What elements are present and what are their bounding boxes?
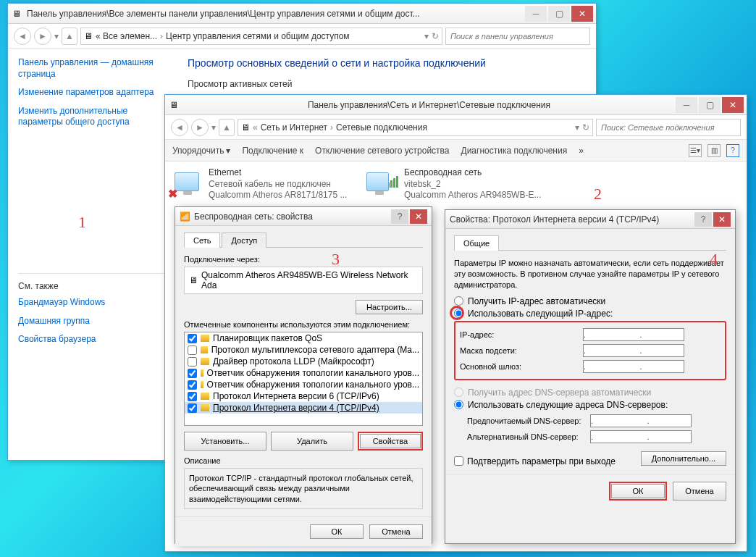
breadcrumb-seg[interactable]: Сеть и Интернет xyxy=(261,122,327,133)
view-icon[interactable]: ☰▾ xyxy=(689,144,702,157)
manual-dns-radio[interactable] xyxy=(454,400,463,409)
minimize-button[interactable]: ─ xyxy=(525,6,547,22)
auto-ip-radio[interactable] xyxy=(454,296,463,306)
list-item[interactable]: Ответчик обнаружения топологии канальног… xyxy=(185,379,422,390)
dialog-title: Свойства: Протокол Интернета версии 4 (T… xyxy=(450,214,693,225)
homegroup-link[interactable]: Домашняя группа xyxy=(18,316,164,327)
dialog-titlebar[interactable]: Свойства: Протокол Интернета версии 4 (T… xyxy=(445,210,735,229)
search-input[interactable] xyxy=(596,119,741,136)
component-label: Драйвер протокола LLDP (Майкрософт) xyxy=(213,356,374,367)
up-button[interactable]: ▲ xyxy=(62,28,77,45)
cancel-button[interactable]: Отмена xyxy=(673,482,726,501)
forward-button[interactable]: ► xyxy=(191,119,209,136)
sharing-settings-link[interactable]: Изменить дополнительные параметры общего… xyxy=(18,106,164,128)
breadcrumb-seg[interactable]: Сетевые подключения xyxy=(336,122,427,133)
advanced-button[interactable]: Дополнительно... xyxy=(641,451,726,466)
ip-address-input[interactable] xyxy=(583,328,684,341)
alternate-dns-input[interactable] xyxy=(590,430,692,443)
chevron-down-icon[interactable]: ▾ xyxy=(575,122,579,133)
back-button[interactable]: ◄ xyxy=(14,28,31,45)
radio-label: Использовать следующий IP-адрес: xyxy=(468,309,613,319)
close-button[interactable]: ✕ xyxy=(410,209,427,224)
breadcrumb-seg[interactable]: Центр управления сетями и общим доступом xyxy=(166,31,350,41)
properties-button[interactable]: Свойства xyxy=(360,434,421,448)
annotation-1: 1 xyxy=(78,213,86,232)
breadcrumb[interactable]: 🖥 « Сеть и Интернет › Сетевые подключени… xyxy=(238,119,593,136)
chevron-down-icon[interactable]: ▾ xyxy=(424,31,429,41)
remove-button[interactable]: Удалить xyxy=(271,432,353,451)
up-button[interactable]: ▲ xyxy=(219,119,235,136)
component-checkbox[interactable] xyxy=(188,369,197,378)
dropdown-icon[interactable]: ▾ xyxy=(54,31,59,41)
forward-button[interactable]: ► xyxy=(34,28,51,45)
close-button[interactable]: ✕ xyxy=(722,97,744,113)
toolbar: Упорядочить ▾ Подключение к Отключение с… xyxy=(165,140,747,162)
breadcrumb[interactable]: 🖥 « Все элемен... › Центр управления сет… xyxy=(80,28,442,45)
component-label: Протокол мультиплексора сетевого адаптер… xyxy=(211,345,419,355)
sidebar: Панель управления — домашняя страница Из… xyxy=(8,49,175,460)
dialog-titlebar[interactable]: 📶 Беспроводная сеть: свойства ? ✕ xyxy=(175,207,432,226)
firewall-link[interactable]: Брандмауэр Windows xyxy=(18,297,164,309)
back-button[interactable]: ◄ xyxy=(171,119,188,136)
close-button[interactable]: ✕ xyxy=(571,6,593,22)
component-checkbox[interactable] xyxy=(188,392,197,401)
tab-network[interactable]: Сеть xyxy=(184,233,220,248)
connect-to-menu[interactable]: Подключение к xyxy=(242,146,303,156)
description-heading: Описание xyxy=(184,456,423,465)
more-icon[interactable]: » xyxy=(579,146,584,156)
list-item[interactable]: Планировщик пакетов QoS xyxy=(185,332,422,344)
close-button[interactable]: ✕ xyxy=(713,212,731,227)
breadcrumb-seg[interactable]: « Все элемен... xyxy=(96,31,157,41)
component-checkbox[interactable] xyxy=(188,357,197,367)
help-icon[interactable]: ? xyxy=(726,144,739,157)
manual-ip-radio-row[interactable]: Использовать следующий IP-адрес: xyxy=(454,309,726,319)
gateway-label: Основной шлюз: xyxy=(460,362,583,371)
components-list[interactable]: Планировщик пакетов QoS Протокол мультип… xyxy=(184,332,423,426)
cancel-button[interactable]: Отмена xyxy=(369,524,423,539)
preferred-dns-input[interactable] xyxy=(590,414,692,427)
list-item-ipv4[interactable]: Протокол Интернета версии 4 (TCP/IPv4) xyxy=(185,402,422,414)
component-label: Протокол Интернета версии 6 (TCP/IPv6) xyxy=(213,391,379,401)
refresh-icon[interactable]: ↻ xyxy=(432,31,439,41)
minimize-button[interactable]: ─ xyxy=(676,97,697,113)
confirm-on-exit-checkbox[interactable] xyxy=(454,456,463,466)
list-item[interactable]: Протокол мультиплексора сетевого адаптер… xyxy=(185,344,422,356)
list-item[interactable]: Ответчик обнаружения топологии канальног… xyxy=(185,367,422,379)
tab-access[interactable]: Доступ xyxy=(222,233,266,248)
home-link[interactable]: Панель управления — домашняя страница xyxy=(18,57,164,80)
component-checkbox[interactable] xyxy=(188,345,197,355)
adapter-settings-link[interactable]: Изменение параметров адаптера xyxy=(18,87,164,99)
titlebar[interactable]: 🖥 Панель управления\Все элементы панели … xyxy=(8,4,596,24)
manual-dns-radio-row[interactable]: Использовать следующие адреса DNS-сервер… xyxy=(454,400,726,410)
subnet-mask-input[interactable] xyxy=(583,344,684,357)
titlebar[interactable]: 🖥 Панель управления\Сеть и Интернет\Сете… xyxy=(165,95,747,115)
details-pane-icon[interactable]: ▥ xyxy=(707,144,721,157)
help-button[interactable]: ? xyxy=(694,212,712,227)
help-button[interactable]: ? xyxy=(391,209,408,224)
component-checkbox[interactable] xyxy=(188,380,197,390)
organize-menu[interactable]: Упорядочить ▾ xyxy=(172,146,230,156)
ok-button[interactable]: ОК xyxy=(310,524,364,539)
ethernet-item[interactable]: ✖ Ethernet Сетевой кабель не подключен Q… xyxy=(171,167,352,201)
maximize-button[interactable]: ▢ xyxy=(548,6,570,22)
ok-button[interactable]: ОК xyxy=(611,484,665,498)
maximize-button[interactable]: ▢ xyxy=(699,97,721,113)
list-item[interactable]: Драйвер протокола LLDP (Майкрософт) xyxy=(185,356,422,367)
dropdown-icon[interactable]: ▾ xyxy=(211,122,216,133)
ethernet-icon xyxy=(175,172,199,191)
auto-ip-radio-row[interactable]: Получить IP-адрес автоматически xyxy=(454,296,726,306)
configure-button[interactable]: Настроить... xyxy=(356,300,423,314)
browser-opts-link[interactable]: Свойства браузера xyxy=(18,334,164,345)
list-item[interactable]: Протокол Интернета версии 6 (TCP/IPv6) xyxy=(185,390,422,402)
refresh-icon[interactable]: ↻ xyxy=(582,122,589,133)
wifi-item[interactable]: Беспроводная сеть vitebsk_2 Qualcomm Ath… xyxy=(366,167,547,201)
tab-general[interactable]: Общие xyxy=(454,235,499,251)
install-button[interactable]: Установить... xyxy=(184,432,266,451)
component-checkbox[interactable] xyxy=(188,403,197,413)
disable-device-button[interactable]: Отключение сетевого устройства xyxy=(315,146,449,156)
gateway-input[interactable] xyxy=(583,360,684,373)
search-input[interactable] xyxy=(445,28,590,45)
component-checkbox[interactable] xyxy=(188,334,197,343)
control-panel-icon: 🖥 xyxy=(11,8,22,20)
diagnose-button[interactable]: Диагностика подключения xyxy=(461,146,568,156)
